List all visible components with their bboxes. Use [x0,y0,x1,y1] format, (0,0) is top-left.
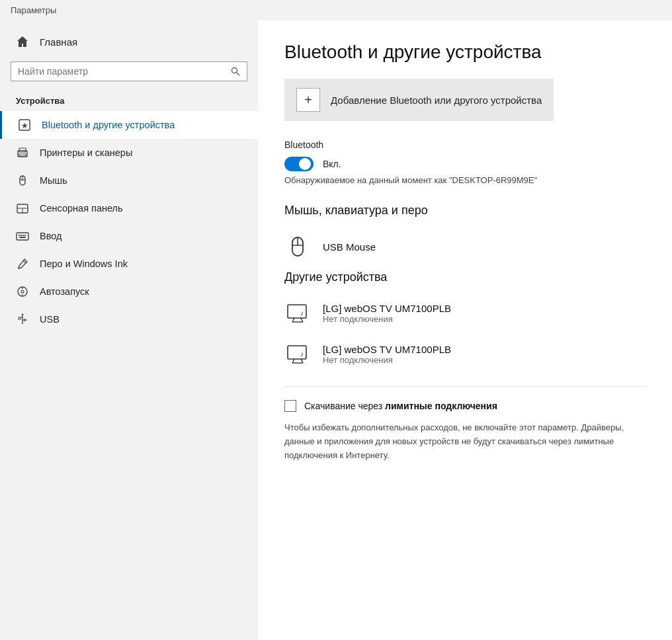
svg-line-33 [292,318,294,322]
svg-text:♪: ♪ [300,309,304,317]
sidebar-label-printers: Принтеры и сканеры [40,147,132,158]
mouse-device-name: USB Mouse [323,241,376,253]
other-device-info-2: [LG] webOS TV UM7100PLB Нет подключения [323,344,451,365]
sidebar-label-mouse: Мышь [40,175,67,186]
svg-line-19 [23,260,26,263]
svg-rect-5 [19,148,26,152]
other-device-info-1: [LG] webOS TV UM7100PLB Нет подключения [323,303,451,324]
svg-point-0 [232,68,237,73]
bluetooth-toggle[interactable] [284,157,314,171]
titlebar: Параметры [0,0,672,20]
svg-line-38 [292,359,294,363]
svg-rect-17 [24,235,26,236]
titlebar-label: Параметры [11,5,56,15]
mouse-device-info: USB Mouse [323,241,376,253]
bluetooth-toggle-label: Вкл. [323,159,341,169]
sidebar-item-home[interactable]: Главная [0,27,258,56]
metered-checkbox-label: Скачивание через лимитные подключения [304,401,497,411]
sidebar-label-bluetooth: Bluetooth и другие устройства [42,120,175,130]
sidebar-label-pen: Перо и Windows Ink [40,259,128,269]
search-input[interactable] [18,66,231,77]
home-label: Главная [40,36,77,48]
svg-line-39 [301,359,303,363]
mouse-section-title: Мышь, клавиатура и перо [284,204,646,218]
other-device-status-2: Нет подключения [323,355,451,365]
autorun-icon [16,285,30,298]
printers-icon [16,146,30,159]
page-title: Bluetooth и другие устройства [284,42,646,63]
sidebar-item-touchpad[interactable]: Сенсорная панель [0,194,258,222]
sidebar-label-usb: USB [40,314,60,325]
sidebar-label-touchpad: Сенсорная панель [40,203,123,214]
sidebar-item-pen[interactable]: Перо и Windows Ink [0,250,258,278]
discovery-text: Обнаруживаемое на данный момент как "DES… [284,175,646,185]
touchpad-icon [16,202,30,215]
bluetooth-toggle-row: Вкл. [284,157,646,171]
search-icon [231,67,240,76]
sidebar-item-input[interactable]: Ввод [0,222,258,250]
add-icon: + [296,88,320,112]
sidebar: Главная Устройства ★ Bluetooth и други [0,20,258,640]
sidebar-item-bluetooth[interactable]: ★ Bluetooth и другие устройства [0,111,258,139]
metered-label-plain: Скачивание через [304,401,385,411]
other-device-status-1: Нет подключения [323,314,451,324]
sidebar-item-usb[interactable]: USB [0,305,258,333]
svg-rect-14 [19,235,20,236]
mouse-icon-sidebar [16,174,30,187]
sidebar-label-input: Ввод [40,231,62,241]
svg-rect-6 [19,154,26,156]
svg-rect-16 [22,235,24,236]
pen-icon [16,257,30,270]
input-icon [16,229,30,243]
svg-rect-13 [17,233,28,240]
other-section-title: Другие устройства [284,270,646,284]
mouse-device-item: USB Mouse [284,228,646,265]
svg-line-1 [237,73,240,76]
metered-checkbox-row: Скачивание через лимитные подключения [284,400,646,412]
usb-icon [16,313,30,326]
metered-label-bold: лимитные подключения [385,401,497,411]
mouse-device-icon [284,233,311,260]
sidebar-search-box[interactable] [11,61,247,81]
home-icon [16,35,30,48]
other-device-name-2: [LG] webOS TV UM7100PLB [323,344,451,355]
sidebar-item-autorun[interactable]: Автозапуск [0,278,258,305]
divider [284,386,646,387]
add-device-button[interactable]: + Добавление Bluetooth или другого устро… [284,79,554,121]
svg-line-34 [301,318,303,322]
sidebar-section-title: Устройства [0,92,258,111]
plus-symbol: + [304,93,312,108]
tv-icon-2: ♪ [284,341,311,368]
sidebar-item-mouse[interactable]: Мышь [0,167,258,194]
main-layout: Главная Устройства ★ Bluetooth и други [0,20,672,640]
other-device-item-2: ♪ [LG] webOS TV UM7100PLB Нет подключени… [284,336,646,373]
svg-point-21 [21,290,24,293]
svg-rect-15 [21,235,22,236]
metered-info-text: Чтобы избежать дополнительных расходов, … [284,421,646,462]
tv-icon-1: ♪ [284,300,311,327]
sidebar-label-autorun: Автозапуск [40,286,89,297]
add-device-label: Добавление Bluetooth или другого устройс… [331,95,542,106]
svg-rect-18 [20,237,26,238]
svg-text:★: ★ [21,121,28,130]
bluetooth-icon: ★ [18,118,32,132]
metered-checkbox[interactable] [284,400,296,412]
sidebar-item-printers[interactable]: Принтеры и сканеры [0,139,258,167]
content-area: Bluetooth и другие устройства + Добавлен… [258,20,672,640]
other-device-item-1: ♪ [LG] webOS TV UM7100PLB Нет подключени… [284,295,646,332]
svg-text:♪: ♪ [300,350,304,358]
other-device-name-1: [LG] webOS TV UM7100PLB [323,303,451,314]
svg-rect-26 [19,317,21,319]
bluetooth-heading: Bluetooth [284,140,646,150]
